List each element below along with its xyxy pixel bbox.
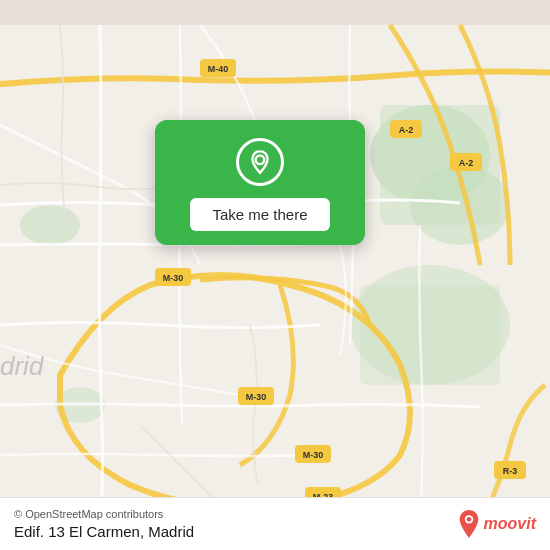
- svg-point-25: [256, 156, 265, 165]
- svg-text:M-40: M-40: [208, 64, 229, 74]
- svg-text:A-2: A-2: [399, 125, 414, 135]
- svg-text:R-3: R-3: [503, 466, 518, 476]
- pin-icon-wrapper: [236, 138, 284, 186]
- svg-text:M-30: M-30: [303, 450, 324, 460]
- svg-text:M-30: M-30: [163, 273, 184, 283]
- moovit-brand-label: moovit: [484, 515, 536, 533]
- location-name: Edif. 13 El Carmen, Madrid: [14, 523, 194, 540]
- take-me-there-button[interactable]: Take me there: [190, 198, 329, 231]
- svg-text:drid: drid: [0, 351, 45, 381]
- svg-point-27: [466, 517, 471, 522]
- map-container: M-40 M-30 M-30 M-30 A-2 A-2 M-23 R-3 dri…: [0, 0, 550, 550]
- bottom-bar: © OpenStreetMap contributors Edif. 13 El…: [0, 497, 550, 550]
- svg-point-6: [20, 205, 80, 245]
- moovit-pin-icon: [458, 510, 480, 538]
- location-card: Take me there: [155, 120, 365, 245]
- location-pin-icon: [247, 149, 273, 175]
- svg-text:M-30: M-30: [246, 392, 267, 402]
- bottom-bar-left: © OpenStreetMap contributors Edif. 13 El…: [14, 508, 194, 540]
- map-background: M-40 M-30 M-30 M-30 A-2 A-2 M-23 R-3 dri…: [0, 0, 550, 550]
- moovit-logo: moovit: [458, 510, 536, 538]
- osm-attribution: © OpenStreetMap contributors: [14, 508, 194, 520]
- svg-text:A-2: A-2: [459, 158, 474, 168]
